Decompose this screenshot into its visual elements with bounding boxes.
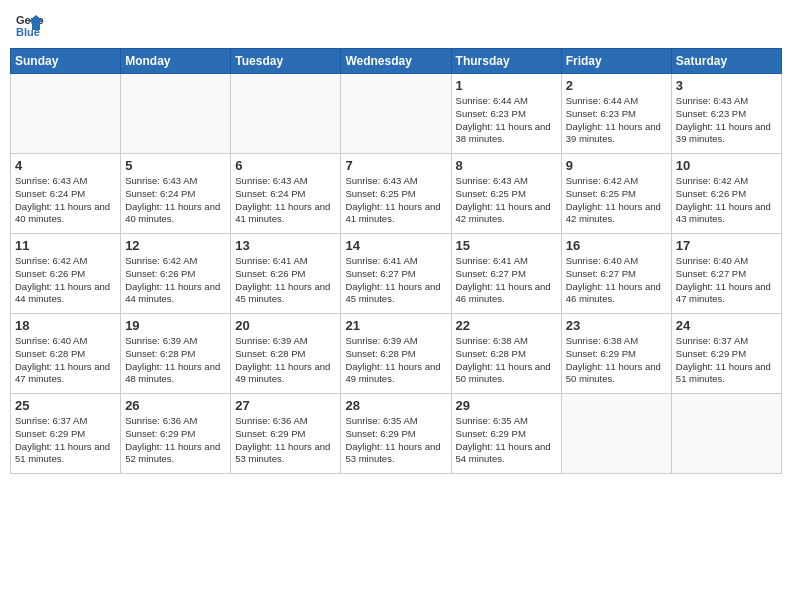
day-info: Sunrise: 6:37 AM Sunset: 6:29 PM Dayligh…	[676, 335, 777, 386]
calendar-cell: 10Sunrise: 6:42 AM Sunset: 6:26 PM Dayli…	[671, 154, 781, 234]
calendar-cell: 3Sunrise: 6:43 AM Sunset: 6:23 PM Daylig…	[671, 74, 781, 154]
day-info: Sunrise: 6:37 AM Sunset: 6:29 PM Dayligh…	[15, 415, 116, 466]
day-number: 6	[235, 158, 336, 173]
day-info: Sunrise: 6:40 AM Sunset: 6:28 PM Dayligh…	[15, 335, 116, 386]
day-info: Sunrise: 6:44 AM Sunset: 6:23 PM Dayligh…	[566, 95, 667, 146]
day-number: 26	[125, 398, 226, 413]
day-number: 29	[456, 398, 557, 413]
day-info: Sunrise: 6:41 AM Sunset: 6:26 PM Dayligh…	[235, 255, 336, 306]
day-info: Sunrise: 6:40 AM Sunset: 6:27 PM Dayligh…	[676, 255, 777, 306]
calendar-week-4: 18Sunrise: 6:40 AM Sunset: 6:28 PM Dayli…	[11, 314, 782, 394]
day-number: 8	[456, 158, 557, 173]
day-number: 28	[345, 398, 446, 413]
day-info: Sunrise: 6:43 AM Sunset: 6:24 PM Dayligh…	[125, 175, 226, 226]
day-info: Sunrise: 6:40 AM Sunset: 6:27 PM Dayligh…	[566, 255, 667, 306]
calendar-cell: 9Sunrise: 6:42 AM Sunset: 6:25 PM Daylig…	[561, 154, 671, 234]
day-header-thursday: Thursday	[451, 49, 561, 74]
calendar-cell: 28Sunrise: 6:35 AM Sunset: 6:29 PM Dayli…	[341, 394, 451, 474]
calendar-cell: 7Sunrise: 6:43 AM Sunset: 6:25 PM Daylig…	[341, 154, 451, 234]
day-number: 18	[15, 318, 116, 333]
day-number: 20	[235, 318, 336, 333]
day-info: Sunrise: 6:36 AM Sunset: 6:29 PM Dayligh…	[235, 415, 336, 466]
day-info: Sunrise: 6:35 AM Sunset: 6:29 PM Dayligh…	[456, 415, 557, 466]
day-number: 16	[566, 238, 667, 253]
calendar-cell: 14Sunrise: 6:41 AM Sunset: 6:27 PM Dayli…	[341, 234, 451, 314]
day-number: 2	[566, 78, 667, 93]
logo-icon: General Blue	[14, 10, 44, 40]
day-number: 17	[676, 238, 777, 253]
day-info: Sunrise: 6:39 AM Sunset: 6:28 PM Dayligh…	[235, 335, 336, 386]
calendar-cell: 15Sunrise: 6:41 AM Sunset: 6:27 PM Dayli…	[451, 234, 561, 314]
calendar-cell: 18Sunrise: 6:40 AM Sunset: 6:28 PM Dayli…	[11, 314, 121, 394]
day-number: 10	[676, 158, 777, 173]
day-info: Sunrise: 6:43 AM Sunset: 6:25 PM Dayligh…	[456, 175, 557, 226]
calendar-cell: 6Sunrise: 6:43 AM Sunset: 6:24 PM Daylig…	[231, 154, 341, 234]
calendar-cell: 17Sunrise: 6:40 AM Sunset: 6:27 PM Dayli…	[671, 234, 781, 314]
day-info: Sunrise: 6:35 AM Sunset: 6:29 PM Dayligh…	[345, 415, 446, 466]
day-number: 25	[15, 398, 116, 413]
calendar-cell: 5Sunrise: 6:43 AM Sunset: 6:24 PM Daylig…	[121, 154, 231, 234]
calendar-cell: 26Sunrise: 6:36 AM Sunset: 6:29 PM Dayli…	[121, 394, 231, 474]
day-info: Sunrise: 6:38 AM Sunset: 6:29 PM Dayligh…	[566, 335, 667, 386]
day-info: Sunrise: 6:39 AM Sunset: 6:28 PM Dayligh…	[125, 335, 226, 386]
calendar-cell: 24Sunrise: 6:37 AM Sunset: 6:29 PM Dayli…	[671, 314, 781, 394]
day-info: Sunrise: 6:41 AM Sunset: 6:27 PM Dayligh…	[345, 255, 446, 306]
calendar-cell: 4Sunrise: 6:43 AM Sunset: 6:24 PM Daylig…	[11, 154, 121, 234]
day-number: 14	[345, 238, 446, 253]
day-info: Sunrise: 6:42 AM Sunset: 6:26 PM Dayligh…	[15, 255, 116, 306]
calendar-cell	[11, 74, 121, 154]
day-number: 13	[235, 238, 336, 253]
day-number: 12	[125, 238, 226, 253]
logo: General Blue	[14, 10, 44, 40]
day-number: 1	[456, 78, 557, 93]
page-header: General Blue	[10, 10, 782, 40]
day-number: 24	[676, 318, 777, 333]
day-info: Sunrise: 6:42 AM Sunset: 6:26 PM Dayligh…	[676, 175, 777, 226]
day-number: 22	[456, 318, 557, 333]
day-info: Sunrise: 6:44 AM Sunset: 6:23 PM Dayligh…	[456, 95, 557, 146]
day-number: 5	[125, 158, 226, 173]
day-number: 3	[676, 78, 777, 93]
day-number: 27	[235, 398, 336, 413]
calendar-cell: 23Sunrise: 6:38 AM Sunset: 6:29 PM Dayli…	[561, 314, 671, 394]
day-number: 4	[15, 158, 116, 173]
day-header-wednesday: Wednesday	[341, 49, 451, 74]
calendar-cell: 11Sunrise: 6:42 AM Sunset: 6:26 PM Dayli…	[11, 234, 121, 314]
calendar-cell	[341, 74, 451, 154]
day-info: Sunrise: 6:43 AM Sunset: 6:24 PM Dayligh…	[235, 175, 336, 226]
calendar-cell: 19Sunrise: 6:39 AM Sunset: 6:28 PM Dayli…	[121, 314, 231, 394]
day-header-friday: Friday	[561, 49, 671, 74]
calendar-table: SundayMondayTuesdayWednesdayThursdayFrid…	[10, 48, 782, 474]
day-info: Sunrise: 6:42 AM Sunset: 6:26 PM Dayligh…	[125, 255, 226, 306]
day-info: Sunrise: 6:36 AM Sunset: 6:29 PM Dayligh…	[125, 415, 226, 466]
day-header-sunday: Sunday	[11, 49, 121, 74]
day-info: Sunrise: 6:39 AM Sunset: 6:28 PM Dayligh…	[345, 335, 446, 386]
day-info: Sunrise: 6:43 AM Sunset: 6:25 PM Dayligh…	[345, 175, 446, 226]
calendar-body: 1Sunrise: 6:44 AM Sunset: 6:23 PM Daylig…	[11, 74, 782, 474]
calendar-cell: 8Sunrise: 6:43 AM Sunset: 6:25 PM Daylig…	[451, 154, 561, 234]
calendar-cell	[121, 74, 231, 154]
calendar-week-2: 4Sunrise: 6:43 AM Sunset: 6:24 PM Daylig…	[11, 154, 782, 234]
calendar-cell: 25Sunrise: 6:37 AM Sunset: 6:29 PM Dayli…	[11, 394, 121, 474]
day-number: 7	[345, 158, 446, 173]
day-header-saturday: Saturday	[671, 49, 781, 74]
day-info: Sunrise: 6:43 AM Sunset: 6:24 PM Dayligh…	[15, 175, 116, 226]
day-number: 11	[15, 238, 116, 253]
calendar-cell	[561, 394, 671, 474]
calendar-cell: 29Sunrise: 6:35 AM Sunset: 6:29 PM Dayli…	[451, 394, 561, 474]
calendar-cell: 27Sunrise: 6:36 AM Sunset: 6:29 PM Dayli…	[231, 394, 341, 474]
day-info: Sunrise: 6:38 AM Sunset: 6:28 PM Dayligh…	[456, 335, 557, 386]
day-header-monday: Monday	[121, 49, 231, 74]
calendar-cell: 22Sunrise: 6:38 AM Sunset: 6:28 PM Dayli…	[451, 314, 561, 394]
calendar-cell	[231, 74, 341, 154]
calendar-cell: 21Sunrise: 6:39 AM Sunset: 6:28 PM Dayli…	[341, 314, 451, 394]
calendar-cell: 13Sunrise: 6:41 AM Sunset: 6:26 PM Dayli…	[231, 234, 341, 314]
calendar-cell: 1Sunrise: 6:44 AM Sunset: 6:23 PM Daylig…	[451, 74, 561, 154]
day-number: 21	[345, 318, 446, 333]
calendar-cell: 20Sunrise: 6:39 AM Sunset: 6:28 PM Dayli…	[231, 314, 341, 394]
day-number: 19	[125, 318, 226, 333]
day-number: 9	[566, 158, 667, 173]
calendar-week-5: 25Sunrise: 6:37 AM Sunset: 6:29 PM Dayli…	[11, 394, 782, 474]
calendar-cell: 12Sunrise: 6:42 AM Sunset: 6:26 PM Dayli…	[121, 234, 231, 314]
calendar-header-row: SundayMondayTuesdayWednesdayThursdayFrid…	[11, 49, 782, 74]
